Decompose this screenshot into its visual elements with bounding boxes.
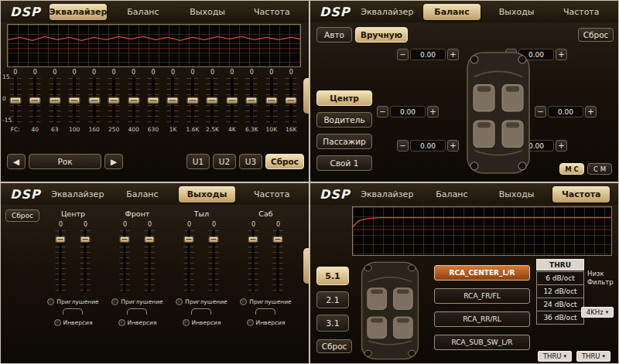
tab-outputs[interactable]: Выходы xyxy=(180,4,236,20)
mute-checkbox[interactable] xyxy=(47,298,54,305)
lowpass-frequency-select[interactable]: 4KHz ▾ xyxy=(581,307,614,318)
tab-equalizer[interactable]: Эквалайзер xyxy=(50,4,108,20)
eq-reset-button[interactable]: Сброс xyxy=(265,154,304,169)
tab-equalizer[interactable]: Эквалайзер xyxy=(50,186,107,202)
slider-thumb[interactable] xyxy=(246,97,258,104)
plus-button[interactable]: + xyxy=(556,140,567,151)
slope-option-24db[interactable]: 24 dB/oct xyxy=(536,298,584,311)
slider-thumb[interactable] xyxy=(184,236,194,243)
level-slider[interactable] xyxy=(53,229,67,294)
band-slider[interactable] xyxy=(143,77,162,124)
slider-thumb[interactable] xyxy=(9,97,21,104)
balance-auto-button[interactable]: Авто xyxy=(316,27,352,43)
band-slider[interactable] xyxy=(64,77,84,124)
level-slider[interactable] xyxy=(182,229,196,294)
balance-manual-button[interactable]: Вручную xyxy=(355,27,408,43)
tab-outputs[interactable]: Выходы xyxy=(488,186,545,202)
tab-equalizer[interactable]: Эквалайзер xyxy=(359,4,416,20)
invert-checkbox[interactable] xyxy=(118,319,125,326)
preset-prev-button[interactable]: ◀ xyxy=(7,154,26,169)
tab-balance[interactable]: Баланс xyxy=(115,4,171,20)
level-slider[interactable] xyxy=(78,229,92,294)
slide-panel-handle[interactable] xyxy=(303,78,309,114)
level-slider[interactable] xyxy=(118,229,132,294)
rca-front-button[interactable]: RCA_FR/FL xyxy=(434,288,530,304)
mode-2-1-button[interactable]: 2.1 xyxy=(316,291,349,308)
plus-button[interactable]: + xyxy=(556,49,567,60)
tab-frequency[interactable]: Частота xyxy=(244,4,300,20)
balance-preset-center[interactable]: Центр xyxy=(316,90,372,106)
balance-preset-passenger[interactable]: Пассажир xyxy=(316,134,372,149)
preset-button[interactable]: Рок xyxy=(29,154,101,169)
slope-selected-option[interactable]: THRU xyxy=(536,259,584,270)
slider-thumb[interactable] xyxy=(69,97,80,104)
level-slider[interactable] xyxy=(207,229,221,294)
slider-thumb[interactable] xyxy=(167,97,179,104)
rca-rear-button[interactable]: RCA_RR/RL xyxy=(434,311,530,327)
slider-thumb[interactable] xyxy=(226,97,238,104)
slider-thumb[interactable] xyxy=(265,97,277,104)
tab-equalizer[interactable]: Эквалайзер xyxy=(359,186,416,202)
band-slider[interactable] xyxy=(183,77,202,124)
slider-thumb[interactable] xyxy=(286,97,297,104)
slider-thumb[interactable] xyxy=(273,236,283,243)
invert-checkbox[interactable] xyxy=(247,319,254,326)
band-slider[interactable] xyxy=(5,77,25,124)
slider-thumb[interactable] xyxy=(207,97,218,104)
mute-checkbox[interactable] xyxy=(240,298,247,305)
tab-frequency[interactable]: Частота xyxy=(243,186,300,202)
preset-next-button[interactable]: ▶ xyxy=(104,154,123,169)
minus-button[interactable]: − xyxy=(397,140,409,151)
slide-panel-handle[interactable] xyxy=(303,248,309,284)
tab-outputs[interactable]: Выходы xyxy=(488,4,545,20)
memory-u1-button[interactable]: U1 xyxy=(186,154,210,169)
band-slider[interactable] xyxy=(25,77,44,124)
tab-balance[interactable]: Баланс xyxy=(423,186,480,202)
output-slope-select-right[interactable]: THRU ▾ xyxy=(576,351,610,362)
mc-mode-button[interactable]: M C xyxy=(559,163,584,175)
tab-frequency[interactable]: Частота xyxy=(552,186,610,202)
freq-reset-button[interactable]: Сброс xyxy=(316,339,352,353)
band-slider[interactable] xyxy=(222,77,241,124)
memory-u3-button[interactable]: U3 xyxy=(239,154,262,169)
mode-3-1-button[interactable]: 3.1 xyxy=(316,315,349,332)
plus-button[interactable]: + xyxy=(447,140,459,151)
slope-option-12db[interactable]: 12 dB/oct xyxy=(536,284,584,298)
band-slider[interactable] xyxy=(242,77,262,124)
link-channels-icon[interactable] xyxy=(191,308,211,315)
slider-thumb[interactable] xyxy=(108,97,120,104)
slider-thumb[interactable] xyxy=(145,236,155,243)
level-slider[interactable] xyxy=(142,229,156,294)
slider-thumb[interactable] xyxy=(209,236,219,243)
slider-thumb[interactable] xyxy=(56,236,66,243)
memory-u2-button[interactable]: U2 xyxy=(213,154,236,169)
band-slider[interactable] xyxy=(282,77,301,124)
slider-thumb[interactable] xyxy=(148,97,159,104)
rca-center-button[interactable]: RCA_CENTER_L/R xyxy=(434,265,530,281)
balance-preset-driver[interactable]: Водитель xyxy=(316,112,372,128)
plus-button[interactable]: + xyxy=(427,106,439,117)
slider-thumb[interactable] xyxy=(186,97,198,104)
mute-checkbox[interactable] xyxy=(111,298,118,305)
slope-option-36db[interactable]: 36 dB/oct xyxy=(536,311,584,325)
slider-thumb[interactable] xyxy=(80,236,91,243)
slider-thumb[interactable] xyxy=(49,97,60,104)
link-channels-icon[interactable] xyxy=(255,308,275,315)
slider-thumb[interactable] xyxy=(29,97,41,104)
balance-reset-button[interactable]: Сброс xyxy=(578,28,614,42)
balance-preset-custom[interactable]: Свой 1 xyxy=(316,155,372,171)
minus-button[interactable]: − xyxy=(377,106,388,117)
invert-checkbox[interactable] xyxy=(183,319,190,326)
band-slider[interactable] xyxy=(262,77,281,124)
band-slider[interactable] xyxy=(203,77,222,124)
level-slider[interactable] xyxy=(246,229,260,294)
outputs-reset-button[interactable]: Сброс xyxy=(5,209,39,222)
band-slider[interactable] xyxy=(104,77,123,124)
tab-balance[interactable]: Баланс xyxy=(423,4,480,20)
link-channels-icon[interactable] xyxy=(63,308,83,315)
link-channels-icon[interactable] xyxy=(127,308,147,315)
slider-thumb[interactable] xyxy=(120,236,130,243)
mode-5-1-button[interactable]: 5.1 xyxy=(316,267,349,285)
band-slider[interactable] xyxy=(124,77,143,124)
invert-checkbox[interactable] xyxy=(54,319,61,326)
